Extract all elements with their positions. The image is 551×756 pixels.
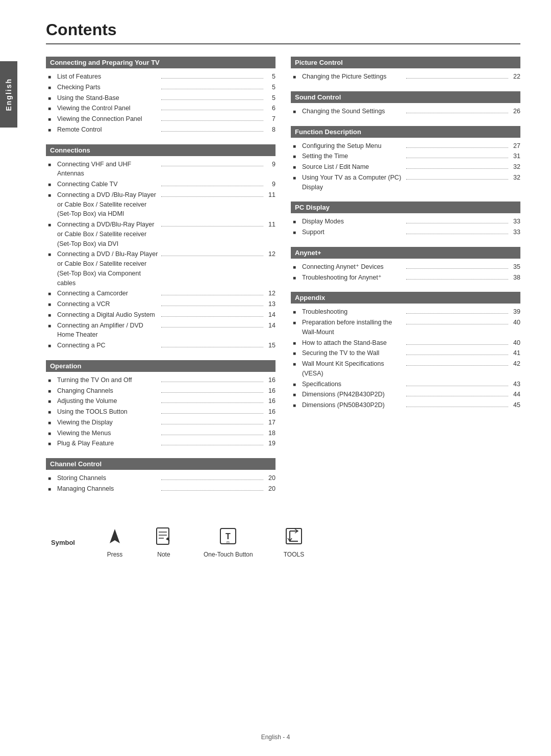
toc-text: Changing the Picture Settings [302, 72, 404, 82]
toc-bullet: ■ [293, 229, 300, 236]
toc-item: ■Connecting a PC15 [46, 340, 276, 351]
toc-bullet: ■ [48, 73, 55, 81]
toc-bullet: ■ [48, 322, 55, 330]
toc-dots [406, 407, 508, 407]
section-header-2: Operation [46, 360, 276, 372]
toc-item: ■List of Features5 [46, 71, 276, 82]
toc-page: 41 [510, 348, 520, 358]
toc-dots [406, 78, 508, 79]
svg-rect-1 [157, 528, 169, 544]
toc-bullet: ■ [293, 153, 300, 160]
toc-page: 12 [265, 249, 276, 259]
toc-dots [161, 110, 263, 110]
toc-item: ■Turning the TV On and Off16 [46, 375, 276, 386]
toc-list-2: ■Turning the TV On and Off16■Changing Ch… [46, 375, 276, 451]
page-title: Contents [46, 20, 520, 44]
toc-page: 33 [510, 228, 520, 237]
toc-text: Connecting a Camcorder [57, 289, 159, 298]
toc-text: Using the TOOLS Button [57, 407, 159, 417]
toc-bullet: ■ [293, 381, 300, 388]
toc-page: 18 [265, 429, 276, 438]
press-icon [106, 527, 124, 548]
toc-dots [406, 396, 508, 396]
toc-page: 32 [510, 173, 520, 183]
note-icon [155, 527, 173, 548]
toc-dots [406, 179, 508, 180]
toc-dots [161, 89, 263, 89]
col-right: Picture Control■Changing the Picture Set… [291, 57, 520, 496]
toc-page: 19 [265, 439, 276, 448]
toc-page: 44 [510, 390, 520, 399]
toc-list-3: ■Storing Channels20■Managing Channels20 [46, 473, 276, 496]
toc-page: 35 [510, 262, 520, 272]
toc-bullet: ■ [48, 126, 55, 134]
toc-text: Plug & Play Feature [57, 439, 159, 448]
toc-item: ■Troubleshooting39 [291, 307, 520, 317]
toc-item: ■Managing Channels20 [46, 484, 276, 494]
toc-bullet: ■ [48, 250, 55, 258]
toc-bullet: ■ [293, 401, 300, 409]
toc-page: 20 [265, 484, 276, 494]
toc-text: How to attach the Stand-Base [302, 338, 404, 348]
toc-dots [406, 113, 508, 113]
toc-text: Connecting a VCR [57, 299, 159, 309]
toc-page: 8 [265, 125, 276, 135]
toc-text: Wall Mount Kit Specifications (VESA) [302, 359, 404, 379]
symbol-tools: TOOLS [284, 527, 304, 558]
toc-page: 27 [510, 141, 520, 151]
toc-item: ■Connecting Cable TV9 [46, 179, 276, 190]
toc-item: ■Changing Channels16 [46, 386, 276, 396]
toc-item: ■How to attach the Stand-Base40 [291, 338, 520, 348]
toc-dots [161, 295, 263, 295]
toc-list-2: ■Configuring the Setup Menu27■Setting th… [291, 141, 520, 195]
toc-text: Troubleshooting for Anynet⁺ [302, 273, 404, 283]
toc-page: 11 [265, 220, 276, 230]
toc-page: 38 [510, 273, 520, 283]
press-caption: Press [107, 551, 123, 558]
toc-dots [161, 120, 263, 121]
toc-item: ■Connecting Anynet⁺ Devices35 [291, 262, 520, 272]
svg-text:m: m [227, 540, 230, 544]
toc-bullet: ■ [293, 349, 300, 357]
toc-dots [161, 226, 263, 226]
toc-bullet: ■ [48, 311, 55, 319]
toc-text: Dimensions (PN42B430P2D) [302, 390, 404, 399]
toc-item: ■Troubleshooting for Anynet⁺38 [291, 272, 520, 283]
toc-bullet: ■ [48, 408, 55, 416]
toc-text: Adjusting the Volume [57, 396, 159, 406]
toc-page: 14 [265, 321, 276, 331]
toc-text: Viewing the Menus [57, 429, 159, 438]
toc-text: Connecting a DVD /Blu-Ray Player or Cabl… [57, 190, 159, 219]
tools-icon [285, 527, 303, 548]
toc-item: ■Viewing the Control Panel6 [46, 103, 276, 114]
toc-list-1: ■Connecting VHF and UHF Antennas9■Connec… [46, 159, 276, 353]
toc-text: Connecting VHF and UHF Antennas [57, 160, 159, 179]
toc-bullet: ■ [48, 105, 55, 112]
toc-bullet: ■ [293, 360, 300, 368]
toc-list-0: ■List of Features5■Checking Parts5■Using… [46, 71, 276, 137]
symbol-section: Symbol Press Note [46, 527, 520, 558]
section-header-1: Connections [46, 144, 276, 156]
section-header-5: Appendix [291, 292, 520, 304]
toc-dots [406, 365, 508, 366]
toc-item: ■Viewing the Display17 [46, 417, 276, 428]
svg-marker-0 [110, 529, 120, 543]
toc-text: Using Your TV as a Computer (PC) Display [302, 173, 404, 192]
toc-item: ■Using the Stand-Base5 [46, 93, 276, 104]
toc-item: ■Adjusting the Volume16 [46, 396, 276, 407]
toc-page: 16 [265, 407, 276, 417]
toc-item: ■Source List / Edit Name32 [291, 162, 520, 172]
toc-text: Storing Channels [57, 473, 159, 483]
toc-list-5: ■Troubleshooting39■Preparation before in… [291, 307, 520, 413]
toc-dots [161, 78, 263, 79]
toc-text: Connecting Cable TV [57, 180, 159, 189]
toc-text: Connecting a Digital Audio System [57, 310, 159, 320]
toc-dots [161, 424, 263, 424]
section-header-4: Anynet+ [291, 247, 520, 259]
toc-bullet: ■ [48, 181, 55, 188]
tools-caption: TOOLS [284, 551, 304, 558]
toc-dots [161, 256, 263, 256]
toc-bullet: ■ [293, 319, 300, 326]
toc-dots [406, 324, 508, 324]
toc-page: 40 [510, 318, 520, 327]
